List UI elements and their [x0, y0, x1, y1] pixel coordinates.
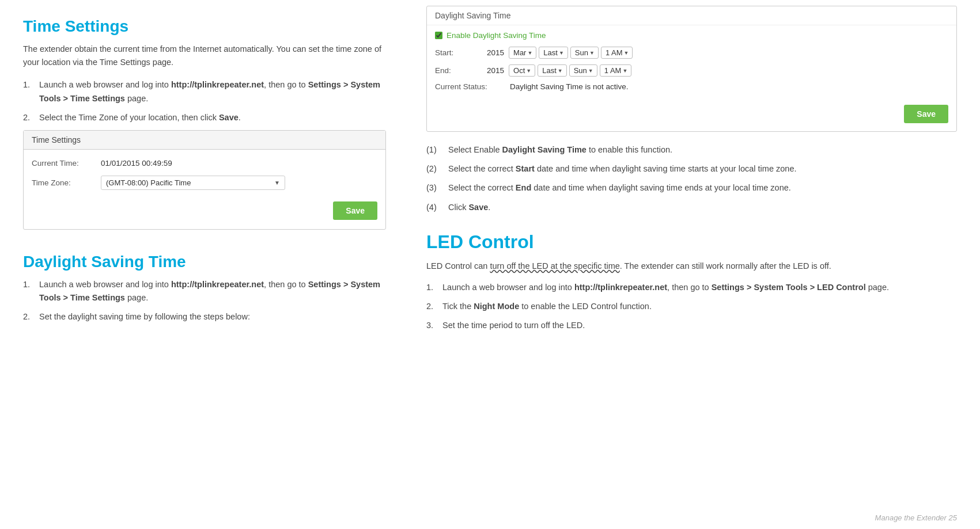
- dst-start-day-value: Sun: [575, 48, 588, 57]
- led-control-section: LED Control LED Control can turn off the…: [426, 231, 957, 333]
- paren-num-2: (2): [426, 162, 448, 176]
- current-time-value: 01/01/2015 00:49:59: [101, 159, 172, 168]
- dst-start-week-select[interactable]: Last ▼: [539, 47, 568, 59]
- dst-bold-1: Daylight Saving Time: [502, 145, 587, 154]
- step-num-2: 2.: [23, 111, 39, 124]
- dst-start-month-arrow: ▼: [527, 50, 532, 56]
- left-column: Time Settings The extender obtain the cu…: [0, 0, 409, 529]
- page-footer: Manage the Extender 25: [875, 513, 957, 522]
- paren-4-content: Click Save.: [448, 201, 957, 214]
- dst-box-body: Enable Daylight Saving Time Start: 2015 …: [427, 25, 956, 131]
- dst-end-week-arrow: ▼: [558, 68, 563, 74]
- dst-instruction-1: (1) Select Enable Daylight Saving Time t…: [426, 143, 957, 157]
- dst-instruction-4: (4) Click Save.: [426, 201, 957, 214]
- led-special-text: turn off the LED at the specific time: [490, 261, 619, 271]
- led-step-num-3: 3.: [426, 319, 442, 332]
- time-step-1: 1. Launch a web browser and log into htt…: [23, 78, 386, 105]
- dst-title: Daylight Saving Time: [23, 253, 386, 271]
- step-2-save: Save: [219, 113, 239, 122]
- dst-end-day-value: Sun: [574, 66, 587, 75]
- time-settings-intro: The extender obtain the current time fro…: [23, 43, 386, 69]
- time-settings-title: Time Settings: [23, 17, 386, 36]
- led-step-num-2: 2.: [426, 300, 442, 313]
- current-time-row: Current Time: 01/01/2015 00:49:59: [32, 159, 377, 168]
- dst-start-day-arrow: ▼: [589, 50, 595, 56]
- dst-start-time-arrow: ▼: [624, 50, 629, 56]
- dst-start-row: Start: 2015 Mar ▼ Last ▼ Sun ▼ 1 AM ▼: [435, 47, 948, 59]
- led-night-mode: Night Mode: [474, 302, 519, 311]
- led-control-title: LED Control: [426, 231, 957, 253]
- dst-end-time-value: 1 AM: [604, 66, 622, 75]
- dst-save-button[interactable]: Save: [904, 105, 948, 123]
- led-step-3: 3. Set the time period to turn off the L…: [426, 319, 957, 332]
- time-save-button[interactable]: Save: [333, 201, 377, 220]
- dst-enable-label: Enable Daylight Saving Time: [447, 31, 546, 40]
- led-step-1: 1. Launch a web browser and log into htt…: [426, 281, 957, 294]
- dst-end-row: End: 2015 Oct ▼ Last ▼ Sun ▼ 1 AM ▼: [435, 64, 948, 77]
- paren-num-3: (3): [426, 181, 448, 195]
- dst-end-month-value: Oct: [513, 66, 525, 75]
- dst-end-week-value: Last: [542, 66, 557, 75]
- time-save-btn-row: Save: [32, 198, 377, 220]
- dst-step-2-content: Set the daylight saving time by followin…: [39, 310, 386, 324]
- led-steps: 1. Launch a web browser and log into htt…: [426, 281, 957, 333]
- timezone-arrow-icon: ▼: [274, 180, 280, 186]
- dst-start-month-select[interactable]: Mar ▼: [509, 47, 536, 59]
- dst-step-1: 1. Launch a web browser and log into htt…: [23, 278, 386, 305]
- dst-instruction-2: (2) Select the correct Start date and ti…: [426, 162, 957, 176]
- dst-bold-4: Save: [468, 203, 488, 212]
- timezone-label: Time Zone:: [32, 178, 101, 187]
- dst-box-header: Daylight Saving Time: [427, 6, 956, 25]
- led-step-1-content: Launch a web browser and log into http:/…: [442, 281, 957, 294]
- timezone-select[interactable]: (GMT-08:00) Pacific Time ▼: [101, 176, 285, 190]
- step-2-content: Select the Time Zone of your location, t…: [39, 111, 386, 124]
- step-1-url: http://tplinkrepeater.net: [171, 80, 264, 89]
- dst-start-year: 2015: [487, 48, 504, 57]
- timezone-row: Time Zone: (GMT-08:00) Pacific Time ▼: [32, 176, 377, 190]
- dst-start-label: Start:: [435, 48, 487, 57]
- time-settings-steps: 1. Launch a web browser and log into htt…: [23, 78, 386, 124]
- led-step-1-url: http://tplinkrepeater.net: [574, 283, 667, 292]
- time-settings-box-header: Time Settings: [24, 131, 385, 150]
- dst-start-week-value: Last: [543, 48, 558, 57]
- dst-end-label: End:: [435, 66, 487, 75]
- step-num-1: 1.: [23, 78, 39, 105]
- paren-num-1: (1): [426, 143, 448, 157]
- paren-1-content: Select Enable Daylight Saving Time to en…: [448, 143, 957, 157]
- dst-step-1-url: http://tplinkrepeater.net: [171, 280, 264, 289]
- dst-bold-2: Start: [516, 164, 535, 173]
- dst-end-day-arrow: ▼: [588, 68, 593, 74]
- timezone-value: (GMT-08:00) Pacific Time: [106, 178, 191, 187]
- dst-start-month-value: Mar: [513, 48, 526, 57]
- dst-bold-3: End: [516, 183, 531, 192]
- dst-step-1-content: Launch a web browser and log into http:/…: [39, 278, 386, 305]
- dst-start-day-select[interactable]: Sun ▼: [570, 47, 599, 59]
- dst-start-week-arrow: ▼: [559, 50, 564, 56]
- time-step-2: 2. Select the Time Zone of your location…: [23, 111, 386, 124]
- dst-enable-checkbox[interactable]: [435, 32, 442, 39]
- led-intro: LED Control can turn off the LED at the …: [426, 260, 957, 273]
- dst-end-day-select[interactable]: Sun ▼: [569, 64, 597, 77]
- dst-end-year: 2015: [487, 66, 504, 75]
- dst-end-week-select[interactable]: Last ▼: [538, 64, 567, 77]
- dst-end-month-select[interactable]: Oct ▼: [509, 64, 535, 77]
- led-step-2: 2. Tick the Night Mode to enable the LED…: [426, 300, 957, 313]
- dst-start-time-select[interactable]: 1 AM ▼: [601, 47, 633, 59]
- dst-end-month-arrow: ▼: [526, 68, 531, 74]
- dst-instructions-list: (1) Select Enable Daylight Saving Time t…: [426, 143, 957, 214]
- dst-status-row: Current Status: Daylight Saving Time is …: [435, 82, 948, 91]
- dst-step-num-1: 1.: [23, 278, 39, 305]
- dst-save-btn-row: Save: [435, 96, 948, 128]
- dst-enable-row: Enable Daylight Saving Time: [435, 31, 948, 40]
- dst-end-time-select[interactable]: 1 AM ▼: [600, 64, 632, 77]
- paren-3-content: Select the correct End date and time whe…: [448, 181, 957, 195]
- time-settings-box-body: Current Time: 01/01/2015 00:49:59 Time Z…: [24, 150, 385, 229]
- dst-status-value: Daylight Saving Time is not active.: [510, 82, 629, 91]
- led-step-1-path: Settings > System Tools > LED Control: [712, 283, 866, 292]
- current-time-label: Current Time:: [32, 159, 101, 168]
- led-step-num-1: 1.: [426, 281, 442, 294]
- dst-instruction-3: (3) Select the correct End date and time…: [426, 181, 957, 195]
- paren-2-content: Select the correct Start date and time w…: [448, 162, 957, 176]
- time-settings-box: Time Settings Current Time: 01/01/2015 0…: [23, 130, 386, 230]
- dst-end-time-arrow: ▼: [622, 68, 627, 74]
